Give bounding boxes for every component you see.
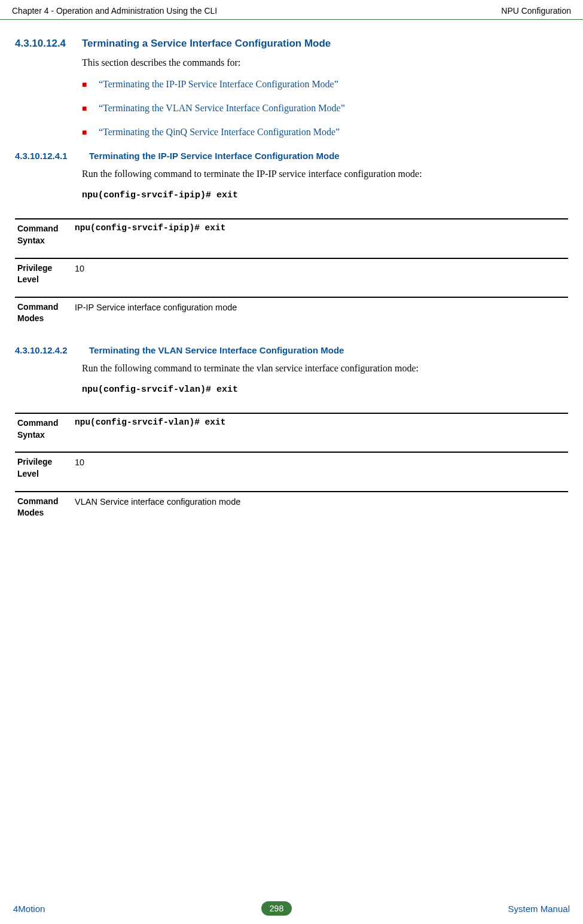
command-syntax-value: npu(config-srvcif-vlan)# exit <box>75 417 225 427</box>
command-syntax-label: Command Syntax <box>15 223 75 246</box>
subsection-body: Run the following command to terminate t… <box>82 166 568 182</box>
list-item: ■ “Terminating the VLAN Service Interfac… <box>82 103 568 114</box>
table-row: Privilege Level 10 <box>15 258 568 297</box>
section-heading: 4.3.10.12.4 Terminating a Service Interf… <box>15 38 568 50</box>
link-text[interactable]: “Terminating the VLAN Service Interface … <box>99 103 345 114</box>
bullet-icon: ■ <box>82 103 99 113</box>
section-title: Terminating a Service Interface Configur… <box>82 38 331 50</box>
command-modes-value: VLAN Service interface configuration mod… <box>75 496 240 508</box>
command-table: Command Syntax npu(config-srvcif-vlan)# … <box>15 413 568 530</box>
header-right: NPU Configuration <box>501 6 571 16</box>
link-text[interactable]: “Terminating the IP-IP Service Interface… <box>99 79 338 90</box>
command-syntax-value: npu(config-srvcif-ipip)# exit <box>75 223 225 233</box>
table-row: Command Modes VLAN Service interface con… <box>15 491 568 530</box>
table-row: Privilege Level 10 <box>15 452 568 490</box>
table-row: Command Syntax npu(config-srvcif-ipip)# … <box>15 218 568 257</box>
list-item: ■ “Terminating the QinQ Service Interfac… <box>82 127 568 138</box>
section-number: 4.3.10.12.4 <box>15 38 66 49</box>
subsection-number: 4.3.10.12.4.2 <box>15 345 89 355</box>
subsection-heading: 4.3.10.12.4.2 Terminating the VLAN Servi… <box>15 345 568 355</box>
page-header: Chapter 4 - Operation and Administration… <box>0 0 583 20</box>
table-row: Command Modes IP-IP Service interface co… <box>15 297 568 336</box>
footer-left: 4Motion <box>13 904 45 914</box>
link-list: ■ “Terminating the IP-IP Service Interfa… <box>82 79 568 138</box>
command-modes-label: Command Modes <box>15 301 75 325</box>
command-example: npu(config-srvcif-vlan)# exit <box>82 385 568 395</box>
bullet-icon: ■ <box>82 127 99 137</box>
privilege-level-label: Privilege Level <box>15 456 75 480</box>
subsection-number: 4.3.10.12.4.1 <box>15 151 89 161</box>
command-table: Command Syntax npu(config-srvcif-ipip)# … <box>15 218 568 336</box>
page-content: 4.3.10.12.4 Terminating a Service Interf… <box>0 20 583 545</box>
command-modes-value: IP-IP Service interface configuration mo… <box>75 301 237 313</box>
subsection-title: Terminating the VLAN Service Interface C… <box>89 345 344 355</box>
privilege-level-value: 10 <box>75 456 84 468</box>
bullet-icon: ■ <box>82 80 99 89</box>
page-number-badge: 298 <box>261 901 292 916</box>
subsection-title: Terminating the IP-IP Service Interface … <box>89 151 340 161</box>
list-item: ■ “Terminating the IP-IP Service Interfa… <box>82 79 568 90</box>
privilege-level-value: 10 <box>75 263 84 275</box>
subsection-heading: 4.3.10.12.4.1 Terminating the IP-IP Serv… <box>15 151 568 161</box>
privilege-level-label: Privilege Level <box>15 263 75 286</box>
table-row: Command Syntax npu(config-srvcif-vlan)# … <box>15 413 568 452</box>
command-modes-label: Command Modes <box>15 496 75 519</box>
footer-right: System Manual <box>508 904 570 914</box>
section-intro: This section describes the commands for: <box>82 54 568 71</box>
subsection-body: Run the following command to terminate t… <box>82 360 568 376</box>
page-footer: 4Motion 298 System Manual <box>0 901 583 916</box>
command-example: npu(config-srvcif-ipip)# exit <box>82 190 568 200</box>
command-syntax-label: Command Syntax <box>15 417 75 441</box>
header-left: Chapter 4 - Operation and Administration… <box>12 6 217 16</box>
link-text[interactable]: “Terminating the QinQ Service Interface … <box>99 127 340 138</box>
